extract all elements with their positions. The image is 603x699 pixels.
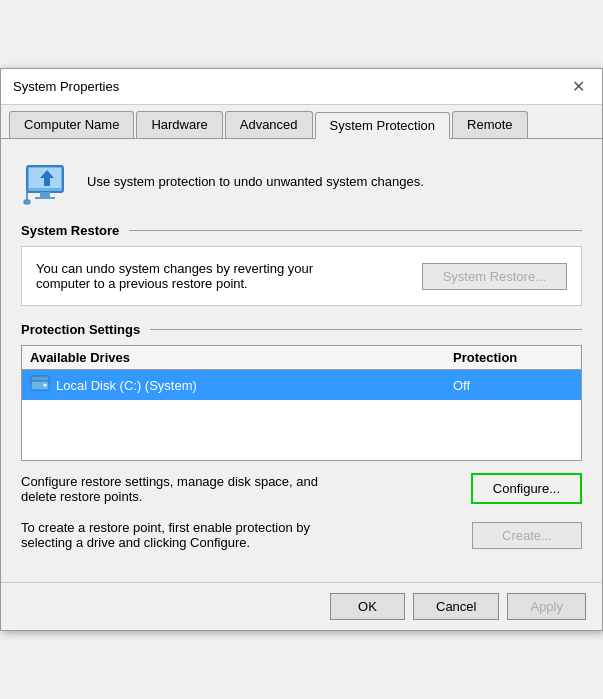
dialog-footer: OK Cancel Apply [1, 582, 602, 630]
drive-icon [30, 375, 50, 395]
col-drives-label: Available Drives [30, 350, 453, 365]
col-protection-label: Protection [453, 350, 573, 365]
close-button[interactable]: ✕ [566, 75, 590, 99]
tab-hardware[interactable]: Hardware [136, 111, 222, 138]
system-properties-window: System Properties ✕ Computer Name Hardwa… [0, 68, 603, 631]
create-row: To create a restore point, first enable … [21, 520, 582, 550]
tab-content: Use system protection to undo unwanted s… [1, 139, 602, 582]
table-row[interactable]: Local Disk (C:) (System) Off [22, 370, 581, 400]
svg-rect-8 [31, 376, 49, 381]
drives-empty-space [22, 400, 581, 460]
system-protection-icon [21, 155, 73, 207]
tab-computer-name[interactable]: Computer Name [9, 111, 134, 138]
info-row: Use system protection to undo unwanted s… [21, 155, 582, 207]
drive-name: Local Disk (C:) (System) [56, 378, 453, 393]
system-restore-label: System Restore [21, 223, 582, 238]
configure-button[interactable]: Configure... [471, 473, 582, 504]
info-description: Use system protection to undo unwanted s… [87, 174, 424, 189]
title-bar: System Properties ✕ [1, 69, 602, 105]
svg-point-9 [44, 384, 47, 387]
create-description: To create a restore point, first enable … [21, 520, 351, 550]
protection-settings-section: Protection Settings Available Drives Pro… [21, 322, 582, 461]
system-restore-description: You can undo system changes by reverting… [36, 261, 336, 291]
drives-table: Available Drives Protection Local Disk (… [21, 345, 582, 461]
protection-settings-label: Protection Settings [21, 322, 582, 337]
tab-system-protection[interactable]: System Protection [315, 112, 451, 139]
create-button[interactable]: Create... [472, 522, 582, 549]
svg-rect-6 [24, 200, 30, 204]
system-restore-box: You can undo system changes by reverting… [21, 246, 582, 306]
system-icon-svg [22, 156, 72, 206]
svg-rect-2 [40, 192, 50, 197]
system-restore-button[interactable]: System Restore... [422, 263, 567, 290]
window-title: System Properties [13, 79, 119, 94]
drive-protection: Off [453, 378, 573, 393]
configure-description: Configure restore settings, manage disk … [21, 474, 351, 504]
svg-rect-3 [35, 197, 55, 199]
apply-button[interactable]: Apply [507, 593, 586, 620]
configure-row: Configure restore settings, manage disk … [21, 473, 582, 504]
cancel-button[interactable]: Cancel [413, 593, 499, 620]
tab-advanced[interactable]: Advanced [225, 111, 313, 138]
tab-remote[interactable]: Remote [452, 111, 528, 138]
system-restore-section: System Restore You can undo system chang… [21, 223, 582, 306]
drives-table-header: Available Drives Protection [22, 346, 581, 370]
tab-bar: Computer Name Hardware Advanced System P… [1, 105, 602, 139]
ok-button[interactable]: OK [330, 593, 405, 620]
